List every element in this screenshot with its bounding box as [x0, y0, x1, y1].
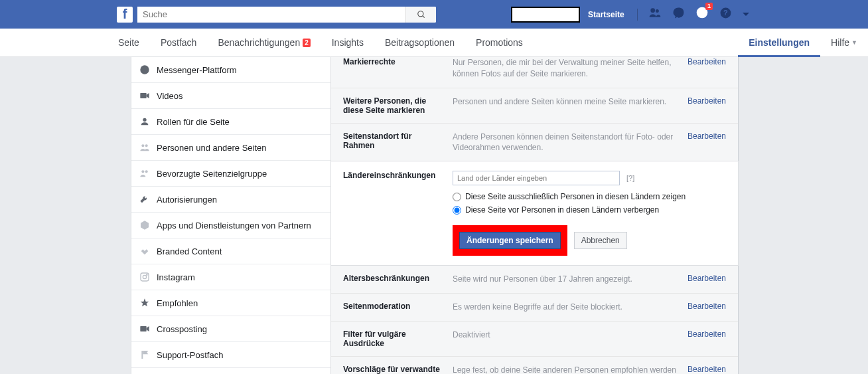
tab-seite[interactable]: Seite — [108, 29, 150, 57]
svg-point-2 — [650, 8, 655, 13]
sidebar-item-support[interactable]: Support-Postfach — [131, 342, 330, 368]
person-icon — [139, 116, 150, 127]
edit-link[interactable]: Bearbeiten — [687, 57, 726, 80]
country-input[interactable] — [453, 171, 620, 185]
notification-badge: 1 — [705, 3, 713, 10]
search-button[interactable] — [405, 7, 436, 23]
cancel-button[interactable]: Abbrechen — [574, 232, 627, 249]
svg-text:?: ? — [723, 9, 728, 17]
setting-label: Seitenmoderation — [343, 302, 453, 313]
content: Messenger-Plattform Videos Rollen für di… — [0, 57, 868, 374]
sidebar-item-roles[interactable]: Rollen für die Seite — [131, 109, 330, 135]
search-wrapper — [137, 7, 436, 23]
tab-badge: 2 — [303, 39, 311, 47]
svg-point-16 — [147, 274, 147, 275]
top-bar: f Startseite 1 ? — [0, 0, 868, 29]
instagram-icon — [139, 272, 150, 282]
star-icon — [139, 298, 150, 308]
sidebar-item-label: Instagram — [157, 272, 195, 282]
setting-value: Personen und andere Seiten können meine … — [453, 96, 687, 115]
tab-promotions[interactable]: Promotions — [465, 29, 534, 57]
help-link[interactable]: [?] — [626, 174, 634, 182]
sidebar-item-people[interactable]: Personen und andere Seiten — [131, 135, 330, 161]
svg-point-9 — [143, 118, 146, 122]
setting-label: Seitenstandort für Rahmen — [343, 132, 453, 154]
tab-insights[interactable]: Insights — [321, 29, 374, 57]
tab-einstellungen[interactable]: Einstellungen — [738, 29, 820, 57]
svg-rect-17 — [140, 326, 146, 331]
people-icon — [139, 142, 150, 153]
tab-beitragsoptionen[interactable]: Beitragsoptionen — [374, 29, 465, 57]
setting-row-profanity: Filter für vulgäre Ausdrücke Deaktiviert… — [331, 321, 738, 356]
messenger-icon[interactable] — [672, 7, 685, 23]
edit-link[interactable]: Bearbeiten — [687, 365, 726, 374]
radio-input[interactable] — [453, 193, 461, 201]
friends-icon[interactable] — [648, 6, 662, 23]
setting-value: Seite wird nur Personen über 17 Jahren a… — [453, 274, 687, 285]
radio-label: Diese Seite vor Personen in diesen Lände… — [465, 205, 659, 215]
tab-benachrichtigungen[interactable]: Benachrichtigungen 2 — [207, 29, 321, 57]
setting-row-others-tag: Weitere Personen, die diese Seite markie… — [331, 88, 738, 123]
edit-link[interactable]: Bearbeiten — [687, 274, 726, 285]
setting-row-tagging: Markierrechte Nur Personen, die mir bei … — [331, 57, 738, 88]
setting-row-similar: Vorschläge für verwandte Seiten Lege fes… — [331, 356, 738, 374]
video-icon — [139, 324, 150, 334]
setting-value: Es werden keine Begriffe auf der Seite b… — [453, 302, 687, 313]
button-row: Änderungen speichern Abbrechen — [453, 225, 726, 265]
chevron-down-icon: ▼ — [851, 39, 857, 46]
sidebar-item-label: Support-Postfach — [157, 350, 223, 360]
red-highlight-box: Änderungen speichern — [453, 225, 567, 256]
tab-postfach[interactable]: Postfach — [150, 29, 207, 57]
sidebar-item-label: Crossposting — [157, 324, 207, 334]
setting-row-age: Altersbeschränkungen Seite wird nur Pers… — [331, 265, 738, 293]
profile-box[interactable] — [511, 7, 580, 23]
svg-rect-8 — [140, 93, 146, 98]
sidebar-item-audience[interactable]: Bevorzugte Seitenzielgruppe — [131, 161, 330, 187]
sidebar-item-label: Messenger-Plattform — [157, 65, 237, 75]
edit-link[interactable]: Bearbeiten — [687, 132, 726, 154]
sidebar-item-branded[interactable]: Branded Content — [131, 238, 330, 264]
radio-label: Diese Seite ausschließlich Personen in d… — [465, 192, 686, 201]
settings-panel: Markierrechte Nur Personen, die mir bei … — [331, 57, 739, 374]
svg-point-12 — [141, 170, 144, 173]
save-button[interactable]: Änderungen speichern — [459, 232, 561, 249]
sidebar-item-videos[interactable]: Videos — [131, 83, 330, 109]
edit-link[interactable]: Bearbeiten — [687, 96, 726, 115]
setting-row-moderation: Seitenmoderation Es werden keine Begriff… — [331, 293, 738, 321]
setting-row-frames: Seitenstandort für Rahmen Andere Persone… — [331, 123, 738, 162]
setting-value: Lege fest, ob deine Seite anderen Person… — [453, 365, 687, 374]
setting-value: Deaktiviert — [453, 329, 687, 348]
notifications-icon[interactable]: 1 — [695, 6, 709, 23]
facebook-logo[interactable]: f — [117, 7, 133, 23]
handshake-icon — [139, 246, 150, 256]
home-link[interactable]: Startseite — [588, 10, 624, 19]
sidebar-item-authorizations[interactable]: Autorisierungen — [131, 187, 330, 213]
radio-input[interactable] — [453, 206, 461, 215]
svg-point-7 — [140, 65, 149, 74]
sidebar-item-featured[interactable]: Empfohlen — [131, 290, 330, 316]
sidebar-item-label: Autorisierungen — [157, 195, 217, 205]
setting-label: Markierrechte — [343, 57, 453, 80]
search-icon — [417, 10, 426, 19]
radio-show-only[interactable]: Diese Seite ausschließlich Personen in d… — [453, 192, 726, 201]
people-icon — [139, 168, 150, 179]
account-menu-caret-icon[interactable] — [743, 13, 749, 16]
setting-label: Vorschläge für verwandte Seiten — [343, 365, 453, 374]
sidebar-item-messenger[interactable]: Messenger-Plattform — [131, 57, 330, 83]
sidebar-item-instagram[interactable]: Instagram — [131, 264, 330, 290]
setting-value: Andere Personen können deinen Seitenstan… — [453, 132, 687, 154]
divider — [637, 9, 638, 21]
message-icon — [139, 64, 150, 75]
setting-label: Ländereinschränkungen — [343, 171, 453, 265]
edit-link[interactable]: Bearbeiten — [687, 329, 726, 348]
radio-hide-from[interactable]: Diese Seite vor Personen in diesen Lände… — [453, 205, 726, 215]
edit-link[interactable]: Bearbeiten — [687, 302, 726, 313]
sidebar-item-label: Branded Content — [157, 246, 222, 256]
sidebar-item-apps[interactable]: Apps und Dienstleistungen von Partnern — [131, 213, 330, 238]
search-input[interactable] — [137, 7, 405, 23]
tab-hilfe[interactable]: Hilfe ▼ — [820, 29, 868, 57]
help-icon[interactable]: ? — [719, 7, 732, 23]
country-input-row: [?] — [453, 171, 726, 185]
setting-value: Nur Personen, die mir bei der Verwaltung… — [453, 57, 687, 80]
sidebar-item-crossposting[interactable]: Crossposting — [131, 316, 330, 342]
